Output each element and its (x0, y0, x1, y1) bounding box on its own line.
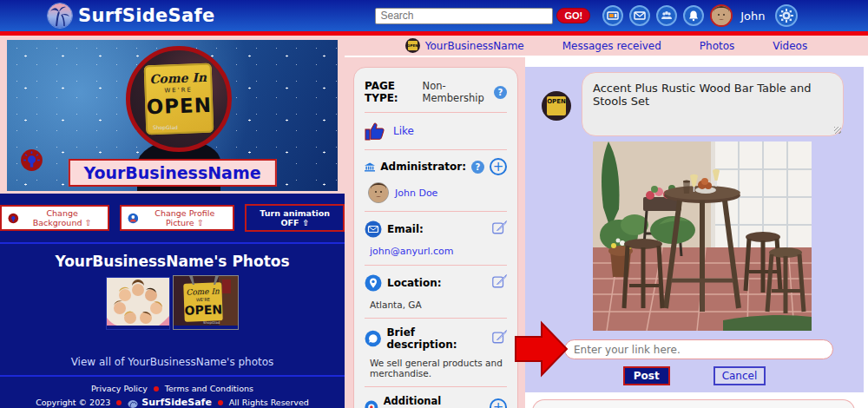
cancel-button[interactable]: Cancel (713, 366, 766, 385)
bulb-icon (8, 212, 19, 225)
lightbulb-badge-icon[interactable] (20, 148, 43, 172)
add-administrator-icon[interactable] (490, 158, 507, 175)
divider (0, 375, 345, 377)
divider (365, 149, 507, 150)
profile-panel: Come In WE'RE OPEN ShopGlad YourBusiness… (0, 36, 345, 408)
administrator-user[interactable]: John Doe (368, 182, 507, 203)
change-profile-picture-button[interactable]: Change Profile Picture ⇧ (120, 205, 235, 231)
nav-business-label: YourBusinessName (425, 40, 524, 52)
divider (365, 318, 507, 319)
edit-brief-description-icon[interactable] (491, 329, 507, 348)
additional-description-label: Additional description: (384, 395, 484, 408)
svg-text:ShopGlad: ShopGlad (203, 320, 220, 325)
resize-grip[interactable] (834, 127, 841, 134)
groups-icon[interactable] (656, 5, 677, 26)
profile-actions: Change Background ⇧ Change Profile Pictu… (0, 204, 345, 232)
avatar-open-text: OPEN (547, 98, 566, 105)
link-input[interactable] (564, 339, 833, 359)
profile-banner: Come In WE'RE OPEN ShopGlad YourBusiness… (7, 40, 338, 191)
nav-messages-received[interactable]: Messages received (562, 40, 661, 52)
help-icon[interactable] (471, 161, 484, 174)
post-title-textarea[interactable]: Accent Plus Rustic Wood Bar Table and St… (582, 72, 844, 136)
turn-animation-button[interactable]: Turn animation OFF ⇧ (245, 204, 345, 232)
dot-separator (218, 400, 223, 405)
nav-business-page[interactable]: OPEN YourBusinessName (405, 38, 524, 53)
sign-credit: ShopGlad (153, 124, 178, 130)
content-row: PAGE TYPE: Non-Membership Like Ad (345, 57, 868, 408)
location-value: Atlanta, GA (370, 299, 507, 310)
brief-description-value: We sell general products and merchandise… (370, 358, 507, 378)
footer-brand: SurfSideSafe (141, 397, 212, 408)
divider (0, 242, 345, 244)
sign-line1: Come In (144, 70, 213, 87)
post-title-wrap: Accent Plus Rustic Wood Bar Table and St… (582, 72, 844, 136)
photo-thumbnail-group[interactable] (106, 277, 170, 330)
location-icon (365, 274, 382, 292)
right-region: OPEN YourBusinessName Messages received … (345, 36, 868, 408)
thumbs-up-icon (365, 121, 388, 141)
add-additional-description-icon[interactable] (490, 398, 507, 408)
email-row: Email: (365, 220, 507, 239)
location-label: Location: (387, 277, 442, 289)
footer-links: Privacy Policy Terms and Conditions (91, 384, 253, 393)
brief-description-row: Brief description: (365, 326, 507, 351)
help-icon[interactable] (494, 86, 507, 99)
email-icon (365, 220, 382, 238)
brief-description-label: Brief description: (386, 326, 486, 351)
administrator-name: John Doe (395, 188, 437, 199)
page-info-card: PAGE TYPE: Non-Membership Like Ad (353, 67, 518, 408)
photo-thumbnail-open-sign[interactable]: Come InWE'REOPENShopGlad (173, 275, 239, 330)
svg-text:Come In: Come In (186, 286, 220, 296)
like-row[interactable]: Like (365, 121, 507, 141)
video-icon[interactable] (602, 5, 623, 26)
photo-thumbnails: Come InWE'REOPENShopGlad (106, 275, 239, 330)
user-name[interactable]: John (740, 10, 765, 23)
brand-logo[interactable]: SurfSideSafe (47, 3, 214, 29)
location-row: Location: (365, 273, 507, 293)
page-type-value: Non-Membership (423, 80, 489, 104)
palm-logo-icon (47, 3, 73, 29)
settings-gear-icon[interactable] (775, 4, 798, 27)
edit-location-icon[interactable] (491, 273, 507, 293)
user-avatar[interactable] (710, 4, 733, 27)
sign-line3: OPEN (145, 94, 214, 119)
administrator-label: Administrator: (380, 161, 466, 173)
privacy-policy-link[interactable]: Privacy Policy (91, 384, 148, 393)
divider (365, 112, 507, 113)
photos-section-title: YourBusinessName's Photos (55, 253, 289, 270)
post-author-avatar: OPEN (542, 91, 571, 121)
main-area: Come In WE'RE OPEN ShopGlad YourBusiness… (0, 36, 868, 408)
email-value[interactable]: john@anyurl.com (370, 246, 507, 257)
change-background-button[interactable]: Change Background ⇧ (0, 205, 109, 231)
person-icon (128, 212, 139, 225)
search-input[interactable] (375, 8, 553, 24)
change-background-label: Change Background ⇧ (23, 208, 102, 227)
bank-icon (365, 160, 375, 174)
post-composer-card: OPEN Accent Plus Rustic Wood Bar Table a… (525, 67, 864, 392)
john-doe-avatar (368, 182, 389, 203)
svg-text:WE'RE: WE'RE (196, 297, 210, 303)
notifications-icon[interactable] (683, 5, 704, 26)
change-profile-picture-label: Change Profile Picture ⇧ (142, 208, 227, 227)
post-column: OPEN Accent Plus Rustic Wood Bar Table a… (525, 57, 868, 408)
email-label: Email: (387, 223, 424, 235)
page-type-label: PAGE TYPE: (365, 80, 418, 104)
edit-email-icon[interactable] (491, 220, 507, 239)
view-all-photos-link[interactable]: View all of YourBusinessName's photos (71, 356, 274, 368)
business-mini-avatar: OPEN (405, 38, 420, 53)
page-nav: OPEN YourBusinessName Messages received … (345, 36, 868, 57)
post-button[interactable]: Post (623, 366, 670, 385)
app: SurfSideSafe GO! John (0, 0, 868, 408)
nav-photos[interactable]: Photos (700, 40, 734, 52)
additional-description-row: Additional description: (365, 395, 507, 408)
profile-picture[interactable]: Come In WE'RE OPEN ShopGlad (126, 46, 232, 152)
divider (365, 386, 507, 387)
terms-link[interactable]: Terms and Conditions (165, 384, 253, 393)
administrator-row: Administrator: (365, 158, 507, 175)
header-icons: John (602, 4, 797, 27)
nav-videos[interactable]: Videos (773, 40, 807, 52)
search-go-button[interactable]: GO! (556, 8, 590, 23)
product-image (593, 141, 812, 331)
dot-separator (154, 386, 159, 392)
mail-icon[interactable] (629, 5, 650, 26)
